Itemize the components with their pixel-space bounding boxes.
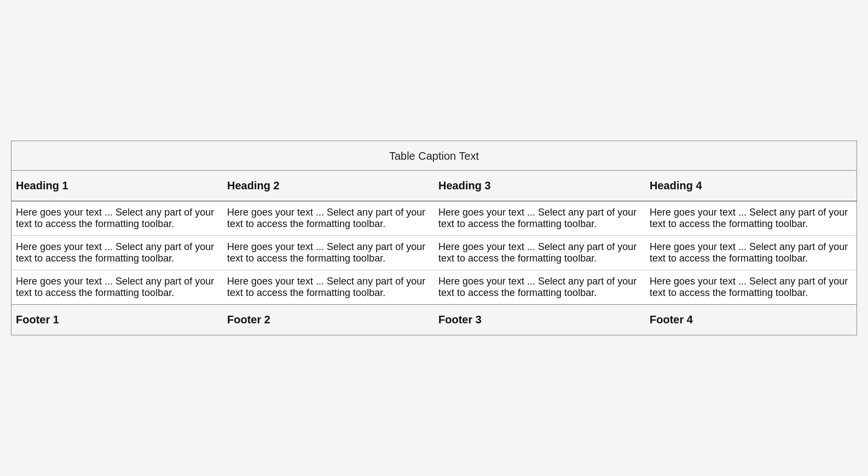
column-heading-3: Heading 3 xyxy=(434,171,645,201)
cell-r2-c1: Here goes your text ... Select any part … xyxy=(11,236,223,270)
column-heading-1: Heading 1 xyxy=(11,171,223,201)
cell-r3-c4: Here goes your text ... Select any part … xyxy=(645,270,857,305)
cell-r3-c1: Here goes your text ... Select any part … xyxy=(11,270,223,305)
cell-r1-c4: Here goes your text ... Select any part … xyxy=(645,201,857,236)
cell-r1-c2: Here goes your text ... Select any part … xyxy=(223,201,434,236)
cell-r1-c1: Here goes your text ... Select any part … xyxy=(11,201,223,236)
header-row: Heading 1 Heading 2 Heading 3 Heading 4 xyxy=(11,171,857,201)
table-head: Heading 1 Heading 2 Heading 3 Heading 4 xyxy=(11,171,857,201)
table-row: Here goes your text ... Select any part … xyxy=(11,236,857,270)
column-heading-2: Heading 2 xyxy=(223,171,434,201)
footer-row: Footer 1 Footer 2 Footer 3 Footer 4 xyxy=(11,305,857,335)
table-container: Table Caption Text Heading 1 Heading 2 H… xyxy=(11,141,857,335)
footer-cell-2: Footer 2 xyxy=(223,305,434,335)
cell-r2-c3: Here goes your text ... Select any part … xyxy=(434,236,645,270)
cell-r1-c3: Here goes your text ... Select any part … xyxy=(434,201,645,236)
table-foot: Footer 1 Footer 2 Footer 3 Footer 4 xyxy=(11,305,857,335)
cell-r3-c3: Here goes your text ... Select any part … xyxy=(434,270,645,305)
table-caption: Table Caption Text xyxy=(11,141,857,171)
column-heading-4: Heading 4 xyxy=(645,171,857,201)
table-row: Here goes your text ... Select any part … xyxy=(11,270,857,305)
footer-cell-4: Footer 4 xyxy=(645,305,857,335)
table-row: Here goes your text ... Select any part … xyxy=(11,201,857,236)
footer-cell-1: Footer 1 xyxy=(11,305,223,335)
cell-r2-c4: Here goes your text ... Select any part … xyxy=(645,236,857,270)
footer-cell-3: Footer 3 xyxy=(434,305,645,335)
cell-r3-c2: Here goes your text ... Select any part … xyxy=(223,270,434,305)
cell-r2-c2: Here goes your text ... Select any part … xyxy=(223,236,434,270)
main-table: Table Caption Text Heading 1 Heading 2 H… xyxy=(11,141,857,335)
table-body: Here goes your text ... Select any part … xyxy=(11,201,857,305)
